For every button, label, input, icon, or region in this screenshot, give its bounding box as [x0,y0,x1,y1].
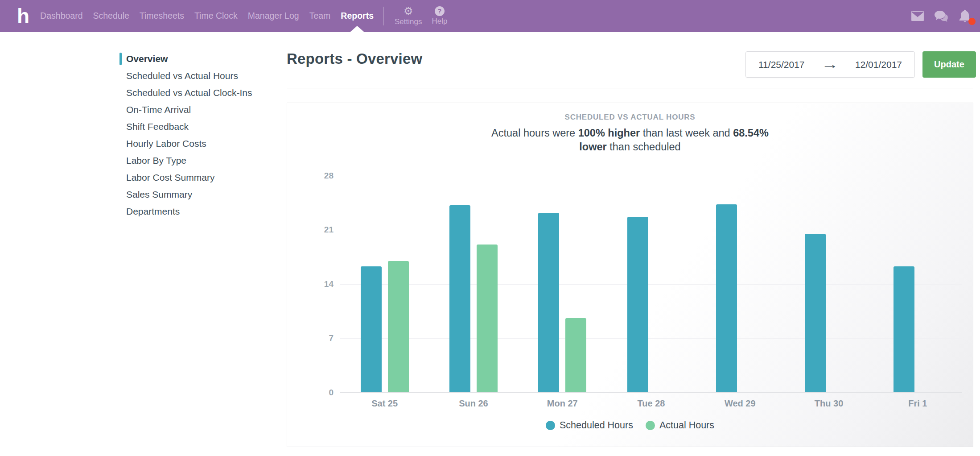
top-navbar: h DashboardScheduleTimesheetsTime ClockM… [0,0,980,32]
x-axis-label-sun-26: Sun 26 [429,398,518,409]
legend-item-actual-hours[interactable]: Actual Hours [646,420,714,431]
nav-item-time-clock[interactable]: Time Clock [194,0,238,32]
date-range-picker[interactable]: 11/25/2017 → 12/01/2017 [745,51,915,78]
chart-legend: Scheduled HoursActual Hours [287,420,973,431]
nav-item-label: Dashboard [40,11,82,21]
bell-icon[interactable] [957,8,973,24]
scheduled-hours-bar-mon-27[interactable] [538,213,559,392]
y-axis-tick: 14 [307,279,334,289]
gridline-y14 [340,284,962,285]
nav-item-dashboard[interactable]: Dashboard [40,0,82,32]
help-label: Help [432,17,447,26]
nav-item-label: Manager Log [248,11,299,21]
app-logo[interactable]: h [17,0,29,32]
actual-hours-bar-sun-26[interactable] [477,245,498,392]
actual-hours-bar-sat-25[interactable] [388,261,409,392]
legend-item-scheduled-hours[interactable]: Scheduled Hours [546,420,633,431]
active-tab-caret-icon [350,26,364,32]
legend-dot-icon [646,421,655,430]
gridline-y7 [340,338,962,339]
nav-right-icons [910,0,973,32]
x-axis-label-thu-30: Thu 30 [784,398,873,409]
scheduled-hours-bar-thu-30[interactable] [805,234,826,392]
sidebar-item-shift-feedback[interactable]: Shift Feedback [126,118,291,135]
nav-item-reports[interactable]: Reports [341,0,374,32]
chart-title: SCHEDULED VS ACTUAL HOURS [287,113,973,122]
date-start[interactable]: 11/25/2017 [758,59,805,70]
reports-overview-page: { "nav": { "logo": "h", "items": [ {"lab… [0,0,980,456]
reports-sidebar: OverviewScheduled vs Actual HoursSchedul… [126,50,291,220]
update-button[interactable]: Update [922,51,976,78]
sidebar-item-departments[interactable]: Departments [126,203,291,220]
scheduled-hours-bar-tue-28[interactable] [627,217,648,392]
gridline-y0 [340,392,962,393]
sidebar-item-labor-cost-summary[interactable]: Labor Cost Summary [126,169,291,186]
settings-label: Settings [395,17,422,26]
gear-icon: ⚙ [404,6,413,17]
sidebar-item-sales-summary[interactable]: Sales Summary [126,186,291,203]
x-axis-label-sat-25: Sat 25 [340,398,429,409]
legend-label: Actual Hours [659,420,714,431]
notification-badge [968,18,976,25]
header-divider [287,88,973,88]
subtitle-segment: lower [579,141,606,153]
report-list: OverviewScheduled vs Actual HoursSchedul… [126,50,291,220]
legend-dot-icon [546,421,555,430]
nav-item-settings[interactable]: ⚙ Settings [395,6,422,26]
scheduled-hours-bar-sat-25[interactable] [361,266,382,392]
nav-item-manager-log[interactable]: Manager Log [248,0,299,32]
sidebar-item-overview[interactable]: Overview [126,50,291,67]
mail-icon[interactable] [910,8,926,24]
sidebar-item-on-time-arrival[interactable]: On-Time Arrival [126,101,291,118]
arrow-right-icon: → [821,58,839,71]
sidebar-item-labor-by-type[interactable]: Labor By Type [126,152,291,169]
subtitle-segment: than last week and [640,127,733,139]
gridline-y21 [340,230,962,230]
scheduled-hours-bar-wed-29[interactable] [716,204,737,392]
y-axis-tick: 28 [307,171,334,181]
nav-item-label: Timesheets [140,11,184,21]
scheduled-hours-bar-sun-26[interactable] [449,205,470,392]
chart-subtitle: Actual hours were 100% higher than last … [429,126,831,154]
gridline-y28 [340,176,962,176]
date-end[interactable]: 12/01/2017 [855,59,902,70]
nav-item-label: Reports [341,11,374,21]
nav-item-timesheets[interactable]: Timesheets [140,0,184,32]
y-axis-tick: 0 [307,388,334,398]
nav-divider [383,7,384,25]
x-axis-label-tue-28: Tue 28 [607,398,696,409]
chat-icon[interactable] [933,8,949,24]
actual-hours-bar-mon-27[interactable] [565,318,586,392]
subtitle-segment: Actual hours were [491,127,578,139]
nav-item-label: Schedule [93,11,129,21]
sidebar-item-hourly-labor-costs[interactable]: Hourly Labor Costs [126,135,291,152]
y-axis-tick: 7 [307,333,334,343]
nav-item-schedule[interactable]: Schedule [93,0,129,32]
scheduled-hours-bar-fri-1[interactable] [894,266,914,392]
sidebar-item-scheduled-vs-actual-clock-ins[interactable]: Scheduled vs Actual Clock-Ins [126,84,291,101]
legend-label: Scheduled Hours [560,420,633,431]
page-title: Reports - Overview [287,50,422,67]
x-axis-label-mon-27: Mon 27 [518,398,607,409]
nav-item-help[interactable]: ? Help [432,6,447,26]
nav-item-team[interactable]: Team [309,0,331,32]
subtitle-segment: 68.54% [733,127,769,139]
x-axis-label-wed-29: Wed 29 [696,398,785,409]
subtitle-segment: 100% higher [578,127,640,139]
x-axis-label-fri-1: Fri 1 [873,398,962,409]
nav-menu: DashboardScheduleTimesheetsTime ClockMan… [40,0,374,32]
subtitle-segment: than scheduled [607,141,681,153]
nav-item-label: Team [309,11,331,21]
help-icon: ? [435,6,445,16]
y-axis-tick: 21 [307,225,334,235]
scheduled-vs-actual-chart-card: SCHEDULED VS ACTUAL HOURS Actual hours w… [287,103,973,447]
nav-item-label: Time Clock [194,11,238,21]
sidebar-item-scheduled-vs-actual-hours[interactable]: Scheduled vs Actual Hours [126,67,291,84]
